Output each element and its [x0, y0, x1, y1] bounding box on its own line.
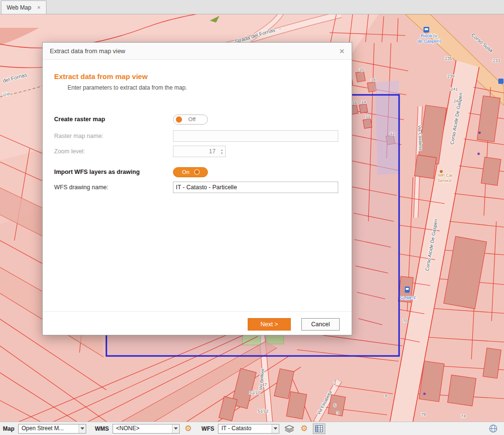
- map-label: MP Car: [438, 173, 453, 178]
- transit-stop-icon: [424, 27, 429, 33]
- tab-web-map[interactable]: Web Map ×: [1, 0, 46, 14]
- dropdown-arrow-icon[interactable]: [79, 424, 86, 433]
- raster-name-input[interactable]: [173, 130, 338, 142]
- poi-icon: [498, 79, 504, 84]
- zoom-level-label: Zoom level:: [54, 148, 173, 155]
- wfs-drawing-name-label: WFS drawing name:: [54, 184, 173, 191]
- map-label: 2: [333, 381, 336, 386]
- spinner-up-icon[interactable]: ▲: [220, 149, 223, 151]
- wms-label: WMS: [95, 425, 109, 432]
- map-label: 239: [447, 74, 454, 79]
- basemap-select-value: Open Street M...: [19, 424, 79, 433]
- basemap-select[interactable]: Open Street M...: [18, 424, 86, 434]
- wfs-layers-icon[interactable]: [283, 424, 296, 434]
- zoom-level-spinner[interactable]: 17 ▲ ▼: [173, 146, 226, 157]
- map-label: 70: [403, 319, 408, 323]
- dialog-footer-divider: [43, 311, 352, 312]
- map-label: 233: [493, 58, 500, 63]
- dialog-heading: Extract data from map view: [54, 72, 148, 80]
- map-label: SA.ME.F.: [399, 296, 417, 300]
- globe-icon[interactable]: [487, 424, 499, 434]
- application-window: Web Map ×: [0, 0, 504, 435]
- tab-label: Web Map: [7, 4, 31, 11]
- map-label: 18: [371, 78, 376, 82]
- map-label: 241: [450, 87, 458, 92]
- cancel-button[interactable]: Cancel: [301, 318, 340, 331]
- dialog-title: Extract data from map view: [50, 47, 339, 55]
- map-label: 8: [385, 393, 387, 398]
- import-wfs-label: Import WFS layers as drawing: [54, 169, 173, 175]
- wfs-select-value: IT - Catasto: [218, 424, 272, 433]
- tab-bar: Web Map ×: [0, 0, 504, 14]
- dialog-footer: Next > Cancel: [248, 318, 340, 331]
- map-label: 20: [359, 68, 364, 72]
- import-wfs-toggle[interactable]: On: [173, 167, 208, 177]
- dropdown-arrow-icon[interactable]: [272, 424, 279, 433]
- map-label: 6: [333, 403, 336, 408]
- wfs-select[interactable]: IT - Catasto: [218, 424, 279, 434]
- map-label: de Gasperi): [417, 38, 441, 44]
- fuel-station-icon: [405, 286, 410, 293]
- create-raster-label: Create raster map: [54, 116, 173, 123]
- wms-select[interactable]: <NONE>: [113, 424, 180, 434]
- map-label: 51/12: [258, 409, 269, 413]
- toggle-state-label: On: [182, 169, 189, 175]
- wms-settings-gear-icon[interactable]: ⚙: [184, 424, 192, 433]
- map-label: 235: [445, 56, 452, 61]
- create-raster-toggle[interactable]: Off: [173, 114, 208, 125]
- toggle-state-label: Off: [188, 116, 195, 122]
- map-label: 3: [336, 411, 339, 415]
- dialog-title-bar: Extract data from map view ×: [43, 43, 352, 60]
- extract-data-dialog: Extract data from map view × Extract dat…: [42, 42, 352, 335]
- spinner-down-icon[interactable]: ▼: [220, 152, 223, 155]
- raster-name-label: Raster map name:: [54, 133, 173, 139]
- wfs-drawing-name-input[interactable]: [173, 182, 338, 193]
- next-button[interactable]: Next >: [248, 318, 291, 331]
- toggle-knob: [194, 169, 200, 175]
- attribute-table-icon[interactable]: [313, 424, 325, 434]
- wms-select-value: <NONE>: [113, 424, 172, 433]
- map-source-label: Map: [3, 425, 14, 432]
- map-label: 74: [461, 414, 466, 419]
- map-label: 51/10: [250, 390, 261, 395]
- dialog-form: Create raster map Off Raster map name: Z…: [54, 114, 339, 193]
- tab-close-icon[interactable]: ×: [37, 4, 41, 11]
- wfs-settings-gear-icon[interactable]: ⚙: [300, 424, 308, 433]
- toggle-knob: [176, 116, 182, 123]
- map-label: Service: [437, 178, 452, 183]
- map-label: 78: [421, 412, 426, 417]
- map-label: Rivoli (v.: [421, 33, 438, 38]
- wfs-label: WFS: [202, 425, 215, 432]
- dropdown-arrow-icon[interactable]: [172, 424, 179, 433]
- map-label: 47: [262, 382, 267, 387]
- dialog-close-icon[interactable]: ×: [339, 46, 344, 56]
- status-bar: Map Open Street M... WMS <NONE> ⚙ WFS IT…: [0, 422, 504, 435]
- dialog-subtitle: Enter parameters to extract data from th…: [68, 84, 187, 91]
- zoom-level-value: 17: [173, 148, 218, 155]
